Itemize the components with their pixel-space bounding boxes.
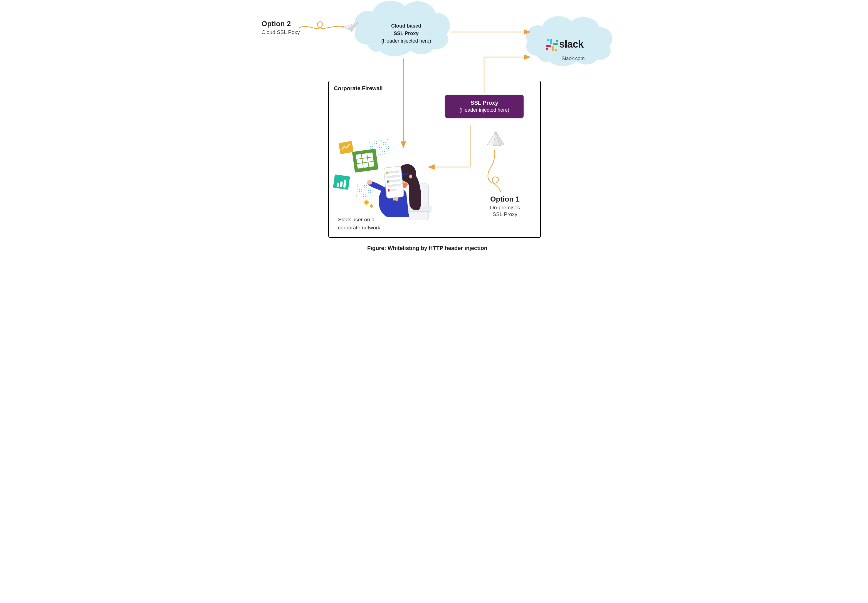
cloud-proxy-line3: (Header injected here) xyxy=(381,38,431,44)
option1-block: Option 1 On-premises SSL Proxy xyxy=(480,195,530,217)
slack-label-block: slack xyxy=(559,39,584,50)
svg-rect-15 xyxy=(556,40,557,42)
svg-rect-18 xyxy=(555,49,557,50)
option1-title: Option 1 xyxy=(480,195,530,204)
firewall-label: Corporate Firewall xyxy=(334,85,383,91)
svg-rect-16 xyxy=(552,46,554,51)
user-caption: Slack user on a corporate network xyxy=(338,216,380,232)
option2-squiggle xyxy=(299,22,344,29)
ssl-proxy-subtitle: (Header injected here) xyxy=(452,107,516,113)
svg-rect-21 xyxy=(547,48,548,50)
cloud-proxy-label: Cloud based SSL Proxy (Header injected h… xyxy=(370,22,442,45)
diagram-stage: Option 2 Cloud SSL Poxy Cloud based SSL … xyxy=(245,0,623,267)
figure-caption: Figure: Whitelisting by HTTP header inje… xyxy=(367,245,487,251)
user-caption-line2: corporate network xyxy=(338,225,380,230)
user-caption-line1: Slack user on a xyxy=(338,216,375,223)
svg-rect-12 xyxy=(547,40,549,41)
svg-rect-19 xyxy=(546,45,551,47)
option2-title: Option 2 xyxy=(262,20,300,28)
cloud-proxy-line1: Cloud based xyxy=(391,23,421,29)
svg-rect-13 xyxy=(553,43,558,45)
option2-subtitle: Cloud SSL Poxy xyxy=(262,29,300,36)
slack-domain-label: Slack.com xyxy=(551,56,595,62)
option1-subtitle2: SSL Proxy xyxy=(480,211,530,217)
option1-subtitle1: On-premises xyxy=(480,205,530,211)
ssl-proxy-title: SSL Proxy xyxy=(452,100,516,106)
cloud-proxy-line2: SSL Proxy xyxy=(394,31,419,36)
ssl-proxy-box: SSL Proxy (Header injected here) xyxy=(445,95,524,118)
option2-block: Option 2 Cloud SSL Poxy xyxy=(262,20,300,36)
slack-wordmark: slack xyxy=(559,39,584,50)
slack-domain: Slack.com xyxy=(561,56,584,61)
svg-rect-10 xyxy=(550,39,552,44)
